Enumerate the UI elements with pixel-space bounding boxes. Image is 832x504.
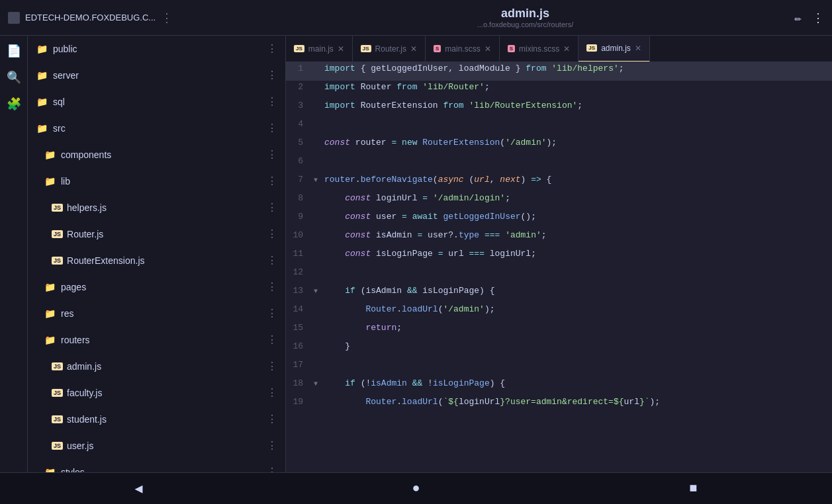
more-btn-res[interactable]: ⋮ xyxy=(267,307,277,320)
top-bar-center: admin.js ...o.foxdebug.com/src/routers/ xyxy=(266,7,784,28)
code-line-7: 7 ▼ router.beforeNavigate(async (url, ne… xyxy=(286,173,832,192)
sidebar-item-server[interactable]: 📁 server ⋮ xyxy=(28,62,285,89)
more-btn-routers[interactable]: ⋮ xyxy=(267,333,277,347)
code-line-17: 17 xyxy=(286,358,832,377)
code-line-1: 1 import { getLoggedInUser, loadModule }… xyxy=(286,62,832,81)
sidebar-item-components[interactable]: 📁 components ⋮ xyxy=(28,142,285,168)
sidebar-item-routerext[interactable]: JS RouterExtension.js ⋮ xyxy=(28,247,285,274)
folder-icon-lib: 📁 xyxy=(44,175,56,187)
tab-main-js[interactable]: JS main.js ✕ xyxy=(286,36,353,62)
more-btn-sql[interactable]: ⋮ xyxy=(267,95,277,108)
sidebar-item-user[interactable]: JS user.js ⋮ xyxy=(28,433,285,459)
sidebar-item-src[interactable]: 📁 src ⋮ xyxy=(28,115,285,142)
folder-icon-public: 📁 xyxy=(36,43,48,55)
close-main-js[interactable]: ✕ xyxy=(338,44,344,54)
code-line-14: 14 Router.loadUrl('/admin'); xyxy=(286,303,832,321)
more-btn-routerext[interactable]: ⋮ xyxy=(267,254,277,267)
more-btn-lib[interactable]: ⋮ xyxy=(267,175,277,188)
more-btn-server[interactable]: ⋮ xyxy=(267,69,277,82)
bottom-nav: ◀ ● ■ xyxy=(0,472,832,504)
code-line-15: 15 return; xyxy=(286,321,832,340)
more-btn-components[interactable]: ⋮ xyxy=(267,148,277,161)
editor-subtitle: ...o.foxdebug.com/src/routers/ xyxy=(477,21,574,28)
tab-router-js[interactable]: JS Router.js ✕ xyxy=(353,36,426,62)
menu-icon-btn[interactable]: ⋮ xyxy=(812,11,824,25)
sidebar-icons-col: 📄 🔍 🧩 xyxy=(0,36,28,472)
sidebar-item-helpers[interactable]: JS helpers.js ⋮ xyxy=(28,194,285,221)
search-side-icon[interactable]: 🔍 xyxy=(7,70,21,85)
code-line-12: 12 xyxy=(286,266,832,284)
code-line-18: 18 ▼ if (!isAdmin && !isLoginPage) { xyxy=(286,377,832,396)
folder-icon-src: 📁 xyxy=(36,122,48,134)
code-line-9: 9 const user = await getLoggedInUser(); xyxy=(286,210,832,229)
file-icon xyxy=(8,12,20,24)
sidebar-item-faculty[interactable]: JS faculty.js ⋮ xyxy=(28,380,285,406)
more-btn-src[interactable]: ⋮ xyxy=(267,122,277,135)
folder-icon-pages: 📁 xyxy=(44,281,56,293)
more-btn-pages[interactable]: ⋮ xyxy=(267,280,277,294)
editor-title: admin.js xyxy=(501,7,549,21)
files-icon[interactable]: 📄 xyxy=(7,44,21,58)
more-btn-adminjs[interactable]: ⋮ xyxy=(267,360,277,373)
more-btn-student[interactable]: ⋮ xyxy=(267,413,277,426)
edit-icon-btn[interactable]: ✏ xyxy=(794,11,802,25)
sidebar-item-lib[interactable]: 📁 lib ⋮ xyxy=(28,168,285,194)
editor-area: JS main.js ✕ JS Router.js ✕ S main.scss … xyxy=(286,36,832,472)
close-main-scss[interactable]: ✕ xyxy=(485,44,491,54)
more-btn-user[interactable]: ⋮ xyxy=(267,439,277,452)
code-line-3: 3 import RouterExtension from 'lib/Route… xyxy=(286,99,832,118)
project-name: EDTECH-DEMO.FOXDEBUG.C... xyxy=(25,13,156,22)
code-line-11: 11 const isLoginPage = url === loginUrl; xyxy=(286,247,832,266)
more-btn-styles[interactable]: ⋮ xyxy=(267,466,277,472)
close-admin-js[interactable]: ✕ xyxy=(635,44,641,53)
tabs-bar: JS main.js ✕ JS Router.js ✕ S main.scss … xyxy=(286,36,832,62)
code-line-4: 4 xyxy=(286,118,832,136)
sidebar-item-pages[interactable]: 📁 pages ⋮ xyxy=(28,274,285,300)
code-line-13: 13 ▼ if (isAdmin && isLoginPage) { xyxy=(286,284,832,303)
code-view: 1 import { getLoggedInUser, loadModule }… xyxy=(286,62,832,472)
close-mixins-scss[interactable]: ✕ xyxy=(563,44,570,54)
code-line-6: 6 xyxy=(286,155,832,173)
top-bar: EDTECH-DEMO.FOXDEBUG.C... ⋮ admin.js ...… xyxy=(0,0,832,36)
sidebar: 📁 public ⋮ 📁 server ⋮ 📁 sql ⋮ 📁 src ⋮ 📁 … xyxy=(28,36,286,472)
more-btn-faculty[interactable]: ⋮ xyxy=(267,386,277,399)
top-bar-right: ✏ ⋮ xyxy=(784,11,824,25)
sidebar-item-res[interactable]: 📁 res ⋮ xyxy=(28,300,285,327)
code-line-5: 5 const router = new RouterExtension('/a… xyxy=(286,136,832,155)
sidebar-item-routers[interactable]: 📁 routers ⋮ xyxy=(28,327,285,353)
sidebar-item-sql[interactable]: 📁 sql ⋮ xyxy=(28,89,285,115)
tab-mixins-scss[interactable]: S mixins.scss ✕ xyxy=(500,36,579,62)
home-btn[interactable]: ● xyxy=(391,476,441,501)
main-layout: 📄 🔍 🧩 📁 public ⋮ 📁 server ⋮ 📁 sql ⋮ 📁 sr… xyxy=(0,36,832,472)
code-line-10: 10 const isAdmin = user?.type === 'admin… xyxy=(286,229,832,247)
top-more-btn[interactable]: ⋮ xyxy=(161,11,173,25)
sidebar-item-adminjs[interactable]: JS admin.js ⋮ xyxy=(28,353,285,380)
more-btn-public[interactable]: ⋮ xyxy=(267,42,277,56)
more-btn-router[interactable]: ⋮ xyxy=(267,228,277,241)
folder-icon-styles: 📁 xyxy=(44,466,56,472)
tab-main-scss[interactable]: S main.scss ✕ xyxy=(426,36,500,62)
folder-icon-sql: 📁 xyxy=(36,96,48,108)
folder-icon-server: 📁 xyxy=(36,69,48,81)
folder-icon-res: 📁 xyxy=(44,308,56,319)
back-btn[interactable]: ◀ xyxy=(113,475,163,502)
code-line-2: 2 import Router from 'lib/Router'; xyxy=(286,81,832,99)
more-btn-helpers[interactable]: ⋮ xyxy=(267,201,277,214)
sidebar-item-public[interactable]: 📁 public ⋮ xyxy=(28,36,285,62)
top-bar-left: EDTECH-DEMO.FOXDEBUG.C... ⋮ xyxy=(8,11,266,25)
close-router-js[interactable]: ✕ xyxy=(410,44,417,54)
code-line-19: 19 Router.loadUrl(`${loginUrl}?user=admi… xyxy=(286,396,832,414)
sidebar-item-student[interactable]: JS student.js ⋮ xyxy=(28,406,285,433)
sidebar-item-router[interactable]: JS Router.js ⋮ xyxy=(28,221,285,247)
code-line-16: 16 } xyxy=(286,340,832,358)
tab-admin-js[interactable]: JS admin.js ✕ xyxy=(578,36,649,62)
folder-icon-components: 📁 xyxy=(44,149,56,161)
square-btn[interactable]: ■ xyxy=(668,476,718,501)
code-line-8: 8 const loginUrl = '/admin/login'; xyxy=(286,192,832,210)
puzzle-side-icon[interactable]: 🧩 xyxy=(7,97,21,111)
folder-icon-routers: 📁 xyxy=(44,334,56,346)
sidebar-item-styles[interactable]: 📁 styles ⋮ xyxy=(28,459,285,472)
